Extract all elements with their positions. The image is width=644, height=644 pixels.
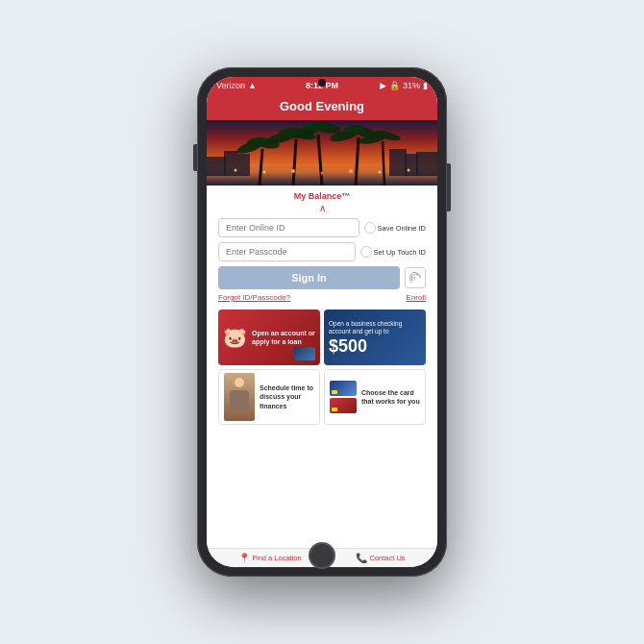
card-image-icon: [294, 347, 315, 360]
phone-device: Verizon ▲ 8:12 PM ▶ 🔒 31% ▮ Good Evening: [197, 67, 447, 577]
promo-500-amount: $500: [329, 337, 367, 355]
carrier-text: Verizon: [216, 81, 245, 90]
battery-bar-icon: ▮: [423, 81, 428, 90]
svg-rect-5: [389, 149, 407, 176]
balance-caret: ∧: [218, 203, 426, 213]
hero-image-svg: [207, 120, 437, 186]
svg-rect-3: [224, 151, 238, 176]
svg-point-32: [379, 171, 382, 174]
svg-point-33: [408, 169, 410, 172]
cards-image: [330, 381, 357, 413]
contact-us-text: Contact Us: [369, 554, 405, 562]
setup-touch-id-checkbox[interactable]: [360, 246, 372, 258]
find-location-text: Find a Location: [252, 554, 301, 562]
forgot-link[interactable]: Forgot ID/Passcode?: [218, 293, 290, 302]
svg-point-30: [321, 172, 324, 175]
promo-500-card[interactable]: Open a business checking account and get…: [324, 310, 426, 365]
promo-schedule-text: Schedule time to discuss your finances: [260, 384, 314, 409]
save-online-id-label[interactable]: Save Online ID: [364, 222, 426, 234]
promo-account-text: Open an account or apply for a loan: [252, 329, 315, 346]
battery-icon: 🔒: [389, 81, 400, 90]
login-area: My Balance™ ∧ Save Online ID Set Up Touc…: [207, 186, 437, 548]
promo-schedule-card[interactable]: Schedule time to discuss your finances: [218, 369, 320, 425]
online-id-input[interactable]: [218, 218, 359, 237]
promo-card-choice-text: Choose the card that works for you: [361, 388, 420, 406]
contact-icon: 📞: [356, 553, 367, 563]
save-online-id-checkbox[interactable]: [364, 222, 376, 234]
promo-grid: 🐷 Open an account or apply for a loan Op…: [218, 310, 426, 425]
find-location-link[interactable]: 📍 Find a Location: [238, 553, 301, 563]
promo-account-card[interactable]: 🐷 Open an account or apply for a loan: [218, 310, 320, 365]
links-row: Forgot ID/Passcode? Enroll: [218, 293, 426, 302]
location-pin-icon: 📍: [238, 553, 250, 563]
enroll-link[interactable]: Enroll: [407, 293, 426, 302]
fingerprint-icon[interactable]: [405, 267, 426, 288]
status-left: Verizon ▲: [216, 81, 257, 90]
piggy-bank-icon: 🐷: [223, 326, 247, 349]
svg-rect-7: [416, 152, 437, 176]
status-right: ▶ 🔒 31% ▮: [380, 81, 428, 90]
svg-point-23: [343, 126, 366, 134]
app-header: Good Evening: [207, 94, 437, 120]
promo-500-text: Open a business checking account and get…: [329, 320, 421, 336]
phone-screen: Verizon ▲ 8:12 PM ▶ 🔒 31% ▮ Good Evening: [207, 77, 437, 567]
person-image: [224, 373, 255, 421]
wifi-icon: ▲: [248, 81, 257, 90]
online-id-row: Save Online ID: [218, 218, 426, 237]
svg-point-19: [303, 123, 328, 131]
battery-percent: 31%: [403, 81, 420, 90]
promo-card-choice-card[interactable]: Choose the card that works for you: [324, 369, 426, 425]
sign-in-button[interactable]: Sign In: [218, 266, 400, 289]
hero-banner: [207, 120, 437, 186]
location-arrow-icon: ▶: [380, 81, 386, 90]
svg-point-27: [235, 169, 237, 172]
sign-in-row: Sign In: [218, 266, 426, 289]
contact-us-link[interactable]: 📞 Contact Us: [356, 553, 405, 563]
svg-rect-6: [405, 154, 418, 176]
greeting-title: Good Evening: [280, 99, 364, 113]
save-online-id-text: Save Online ID: [378, 224, 426, 233]
setup-touch-id-text: Set Up Touch ID: [374, 248, 426, 257]
balance-label: My Balance™: [218, 191, 426, 201]
svg-point-28: [263, 171, 266, 174]
home-button[interactable]: [309, 542, 335, 569]
camera-dot: [318, 79, 326, 87]
passcode-input[interactable]: [218, 242, 356, 261]
svg-point-29: [291, 169, 295, 173]
passcode-row: Set Up Touch ID: [218, 242, 426, 261]
setup-touch-id-label[interactable]: Set Up Touch ID: [360, 246, 426, 258]
svg-rect-2: [207, 157, 226, 176]
svg-rect-4: [238, 154, 250, 176]
svg-point-31: [349, 169, 353, 173]
